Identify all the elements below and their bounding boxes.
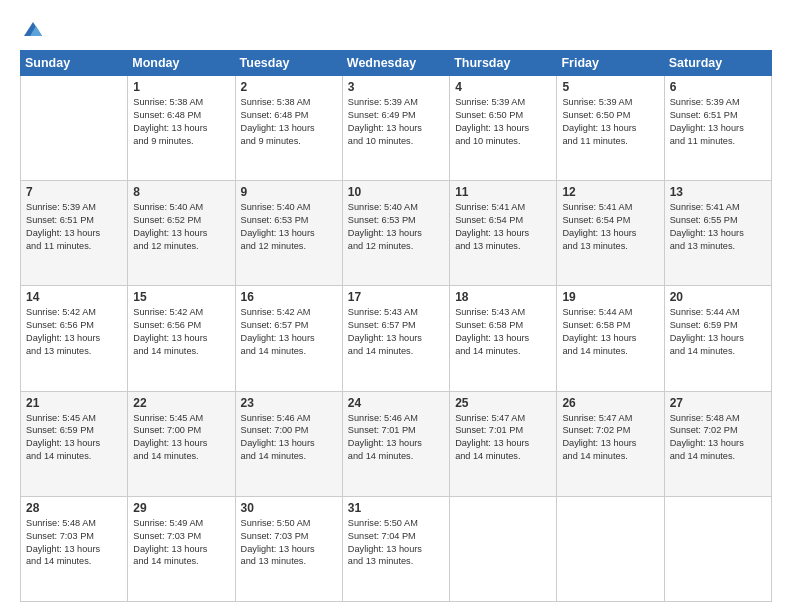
calendar-cell: 31Sunrise: 5:50 AM Sunset: 7:04 PM Dayli… (342, 496, 449, 601)
day-number: 15 (133, 290, 229, 304)
calendar-cell: 22Sunrise: 5:45 AM Sunset: 7:00 PM Dayli… (128, 391, 235, 496)
calendar-cell: 28Sunrise: 5:48 AM Sunset: 7:03 PM Dayli… (21, 496, 128, 601)
calendar-cell: 20Sunrise: 5:44 AM Sunset: 6:59 PM Dayli… (664, 286, 771, 391)
calendar-cell: 5Sunrise: 5:39 AM Sunset: 6:50 PM Daylig… (557, 76, 664, 181)
logo (20, 18, 44, 40)
day-info: Sunrise: 5:39 AM Sunset: 6:49 PM Dayligh… (348, 96, 444, 148)
page: SundayMondayTuesdayWednesdayThursdayFrid… (0, 0, 792, 612)
calendar-cell: 25Sunrise: 5:47 AM Sunset: 7:01 PM Dayli… (450, 391, 557, 496)
calendar-cell: 21Sunrise: 5:45 AM Sunset: 6:59 PM Dayli… (21, 391, 128, 496)
day-number: 17 (348, 290, 444, 304)
day-number: 1 (133, 80, 229, 94)
calendar-cell: 26Sunrise: 5:47 AM Sunset: 7:02 PM Dayli… (557, 391, 664, 496)
day-number: 21 (26, 396, 122, 410)
calendar-cell: 13Sunrise: 5:41 AM Sunset: 6:55 PM Dayli… (664, 181, 771, 286)
calendar-cell: 16Sunrise: 5:42 AM Sunset: 6:57 PM Dayli… (235, 286, 342, 391)
calendar-table: SundayMondayTuesdayWednesdayThursdayFrid… (20, 50, 772, 602)
day-number: 27 (670, 396, 766, 410)
calendar-cell: 3Sunrise: 5:39 AM Sunset: 6:49 PM Daylig… (342, 76, 449, 181)
day-number: 4 (455, 80, 551, 94)
day-info: Sunrise: 5:44 AM Sunset: 6:59 PM Dayligh… (670, 306, 766, 358)
day-header-tuesday: Tuesday (235, 51, 342, 76)
day-info: Sunrise: 5:40 AM Sunset: 6:52 PM Dayligh… (133, 201, 229, 253)
day-info: Sunrise: 5:38 AM Sunset: 6:48 PM Dayligh… (133, 96, 229, 148)
calendar-cell (664, 496, 771, 601)
day-info: Sunrise: 5:45 AM Sunset: 7:00 PM Dayligh… (133, 412, 229, 464)
day-info: Sunrise: 5:43 AM Sunset: 6:57 PM Dayligh… (348, 306, 444, 358)
day-number: 11 (455, 185, 551, 199)
day-info: Sunrise: 5:47 AM Sunset: 7:02 PM Dayligh… (562, 412, 658, 464)
calendar-week-row: 1Sunrise: 5:38 AM Sunset: 6:48 PM Daylig… (21, 76, 772, 181)
day-number: 29 (133, 501, 229, 515)
day-info: Sunrise: 5:46 AM Sunset: 7:00 PM Dayligh… (241, 412, 337, 464)
day-number: 24 (348, 396, 444, 410)
day-number: 8 (133, 185, 229, 199)
day-number: 30 (241, 501, 337, 515)
calendar-cell: 29Sunrise: 5:49 AM Sunset: 7:03 PM Dayli… (128, 496, 235, 601)
calendar-cell: 12Sunrise: 5:41 AM Sunset: 6:54 PM Dayli… (557, 181, 664, 286)
logo-icon (22, 18, 44, 40)
day-header-monday: Monday (128, 51, 235, 76)
calendar-header-row: SundayMondayTuesdayWednesdayThursdayFrid… (21, 51, 772, 76)
calendar-cell: 15Sunrise: 5:42 AM Sunset: 6:56 PM Dayli… (128, 286, 235, 391)
day-number: 31 (348, 501, 444, 515)
day-header-thursday: Thursday (450, 51, 557, 76)
day-number: 2 (241, 80, 337, 94)
day-info: Sunrise: 5:41 AM Sunset: 6:55 PM Dayligh… (670, 201, 766, 253)
day-number: 18 (455, 290, 551, 304)
day-info: Sunrise: 5:49 AM Sunset: 7:03 PM Dayligh… (133, 517, 229, 569)
day-info: Sunrise: 5:41 AM Sunset: 6:54 PM Dayligh… (562, 201, 658, 253)
day-info: Sunrise: 5:48 AM Sunset: 7:03 PM Dayligh… (26, 517, 122, 569)
calendar-cell (21, 76, 128, 181)
day-number: 14 (26, 290, 122, 304)
day-number: 28 (26, 501, 122, 515)
day-number: 9 (241, 185, 337, 199)
calendar-cell: 10Sunrise: 5:40 AM Sunset: 6:53 PM Dayli… (342, 181, 449, 286)
calendar-week-row: 14Sunrise: 5:42 AM Sunset: 6:56 PM Dayli… (21, 286, 772, 391)
calendar-cell (557, 496, 664, 601)
calendar-cell: 2Sunrise: 5:38 AM Sunset: 6:48 PM Daylig… (235, 76, 342, 181)
day-header-sunday: Sunday (21, 51, 128, 76)
day-info: Sunrise: 5:46 AM Sunset: 7:01 PM Dayligh… (348, 412, 444, 464)
day-number: 19 (562, 290, 658, 304)
day-info: Sunrise: 5:41 AM Sunset: 6:54 PM Dayligh… (455, 201, 551, 253)
day-info: Sunrise: 5:47 AM Sunset: 7:01 PM Dayligh… (455, 412, 551, 464)
day-info: Sunrise: 5:42 AM Sunset: 6:56 PM Dayligh… (26, 306, 122, 358)
day-info: Sunrise: 5:40 AM Sunset: 6:53 PM Dayligh… (348, 201, 444, 253)
day-number: 23 (241, 396, 337, 410)
day-info: Sunrise: 5:38 AM Sunset: 6:48 PM Dayligh… (241, 96, 337, 148)
calendar-cell: 19Sunrise: 5:44 AM Sunset: 6:58 PM Dayli… (557, 286, 664, 391)
calendar-cell: 8Sunrise: 5:40 AM Sunset: 6:52 PM Daylig… (128, 181, 235, 286)
calendar-cell: 23Sunrise: 5:46 AM Sunset: 7:00 PM Dayli… (235, 391, 342, 496)
calendar-cell: 1Sunrise: 5:38 AM Sunset: 6:48 PM Daylig… (128, 76, 235, 181)
calendar-cell (450, 496, 557, 601)
day-number: 5 (562, 80, 658, 94)
calendar-cell: 9Sunrise: 5:40 AM Sunset: 6:53 PM Daylig… (235, 181, 342, 286)
day-info: Sunrise: 5:39 AM Sunset: 6:51 PM Dayligh… (26, 201, 122, 253)
header (20, 18, 772, 40)
day-number: 7 (26, 185, 122, 199)
day-info: Sunrise: 5:40 AM Sunset: 6:53 PM Dayligh… (241, 201, 337, 253)
day-number: 12 (562, 185, 658, 199)
day-info: Sunrise: 5:39 AM Sunset: 6:51 PM Dayligh… (670, 96, 766, 148)
day-number: 22 (133, 396, 229, 410)
day-number: 26 (562, 396, 658, 410)
calendar-cell: 17Sunrise: 5:43 AM Sunset: 6:57 PM Dayli… (342, 286, 449, 391)
day-number: 20 (670, 290, 766, 304)
day-number: 6 (670, 80, 766, 94)
day-info: Sunrise: 5:42 AM Sunset: 6:57 PM Dayligh… (241, 306, 337, 358)
day-info: Sunrise: 5:48 AM Sunset: 7:02 PM Dayligh… (670, 412, 766, 464)
day-info: Sunrise: 5:50 AM Sunset: 7:04 PM Dayligh… (348, 517, 444, 569)
day-info: Sunrise: 5:42 AM Sunset: 6:56 PM Dayligh… (133, 306, 229, 358)
day-header-wednesday: Wednesday (342, 51, 449, 76)
day-header-saturday: Saturday (664, 51, 771, 76)
day-number: 25 (455, 396, 551, 410)
calendar-cell: 24Sunrise: 5:46 AM Sunset: 7:01 PM Dayli… (342, 391, 449, 496)
day-info: Sunrise: 5:45 AM Sunset: 6:59 PM Dayligh… (26, 412, 122, 464)
calendar-cell: 30Sunrise: 5:50 AM Sunset: 7:03 PM Dayli… (235, 496, 342, 601)
day-header-friday: Friday (557, 51, 664, 76)
calendar-cell: 4Sunrise: 5:39 AM Sunset: 6:50 PM Daylig… (450, 76, 557, 181)
day-info: Sunrise: 5:50 AM Sunset: 7:03 PM Dayligh… (241, 517, 337, 569)
calendar-week-row: 28Sunrise: 5:48 AM Sunset: 7:03 PM Dayli… (21, 496, 772, 601)
day-number: 3 (348, 80, 444, 94)
